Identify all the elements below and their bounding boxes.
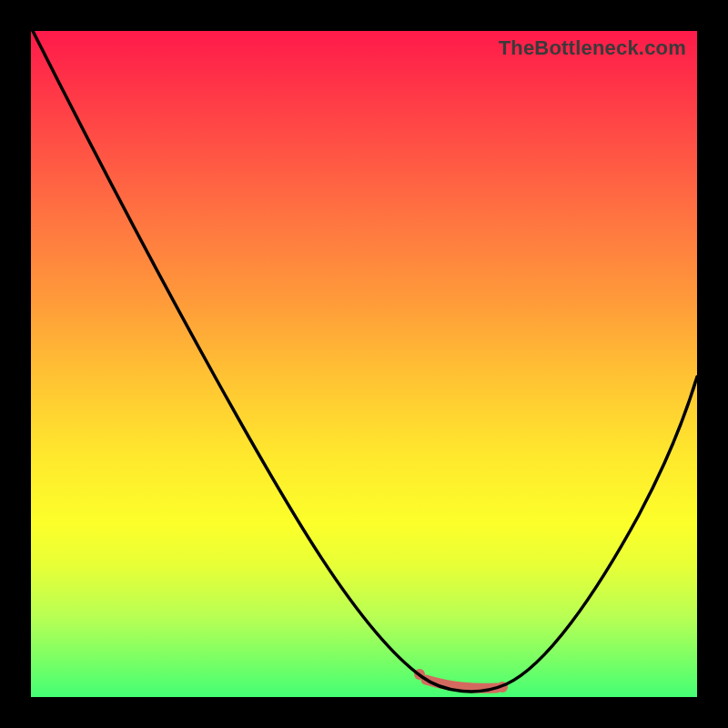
- plot-area: TheBottleneck.com: [31, 31, 697, 697]
- bottleneck-curve: [33, 31, 697, 692]
- chart-frame: TheBottleneck.com: [0, 0, 728, 728]
- chart-svg: [31, 31, 697, 697]
